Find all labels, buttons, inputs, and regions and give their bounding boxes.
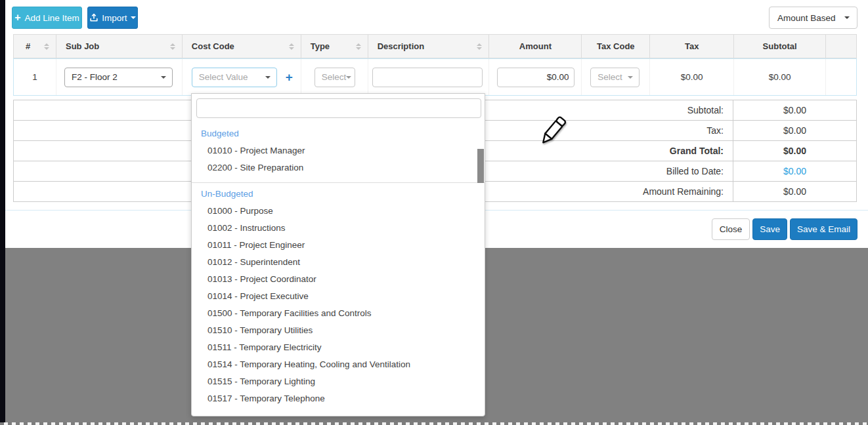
cost-code-option[interactable]: 01517 - Temporary Telephone [192, 390, 485, 407]
description-input[interactable] [372, 68, 483, 87]
chevron-down-icon [131, 16, 136, 19]
cost-code-option[interactable]: 01511 - Temporary Electricity [192, 339, 485, 356]
column-header-subtotal: Subtotal [734, 35, 826, 58]
footer-buttons: Close Save Save & Email [712, 218, 857, 240]
column-header-sub-job[interactable]: Sub Job [56, 35, 183, 58]
summary-value: $0.00 [733, 141, 856, 161]
type-placeholder: Select [322, 72, 347, 82]
close-button[interactable]: Close [712, 218, 750, 240]
add-line-item-label: Add Line Item [25, 13, 79, 23]
billed-to-date-link[interactable]: $0.00 [783, 166, 806, 176]
cost-code-option[interactable]: 01014 - Project Executive [192, 288, 485, 305]
description-cell [368, 59, 490, 95]
import-label: Import [102, 13, 127, 23]
sort-icon [170, 43, 175, 50]
row-number-cell: 1 [14, 59, 56, 95]
chevron-down-icon [628, 76, 633, 79]
chevron-down-icon [844, 16, 850, 19]
sort-icon [477, 43, 482, 50]
screenshot-dashed-edge [0, 422, 868, 425]
column-label: Description [378, 41, 425, 51]
sort-icon [289, 43, 294, 50]
subtotal-value: $0.00 [769, 72, 791, 82]
column-label: Tax [685, 41, 699, 51]
chevron-down-icon [346, 76, 351, 79]
cost-code-option[interactable]: 01013 - Project Coordinator [192, 271, 485, 288]
import-icon [89, 13, 98, 22]
type-cell: Select [301, 59, 368, 95]
billing-mode-select[interactable]: Amount Based [769, 7, 857, 29]
column-label: Cost Code [192, 41, 234, 51]
cost-code-option[interactable]: 01515 - Temporary Lighting [192, 373, 485, 390]
line-items-table-header: # Sub Job Cost Code Type Description Amo… [13, 34, 857, 58]
tax-code-select[interactable]: Select [590, 68, 640, 87]
save-button[interactable]: Save [752, 218, 787, 240]
group-header-un-budgeted: Un-Budgeted [192, 184, 485, 203]
chevron-down-icon [265, 76, 271, 79]
column-header-number[interactable]: # [14, 35, 56, 58]
column-header-cost-code[interactable]: Cost Code [183, 35, 301, 58]
cost-code-option[interactable]: 01012 - Superintendent [192, 254, 485, 271]
sort-icon [44, 43, 49, 50]
cost-code-option[interactable]: 01510 - Temporary Utilities [192, 322, 485, 339]
save-and-email-button[interactable]: Save & Email [790, 218, 857, 240]
tax-code-placeholder: Select [597, 72, 622, 82]
column-label: Type [311, 41, 330, 51]
plus-icon: + [14, 12, 20, 23]
row-actions-cell [826, 59, 856, 95]
column-label: Subtotal [763, 41, 797, 51]
cost-code-dropdown: Budgeted 01010 - Project Manager 02200 -… [191, 93, 485, 416]
add-line-item-button[interactable]: + Add Line Item [12, 7, 82, 29]
sub-job-cell: F2 - Floor 2 [56, 59, 183, 95]
add-cost-code-icon[interactable]: + [286, 71, 293, 83]
cost-code-search-input[interactable] [196, 98, 481, 118]
summary-value: $0.00 [733, 100, 856, 120]
dropdown-scrollbar[interactable] [477, 149, 484, 183]
group-header-budgeted: Budgeted [192, 124, 485, 142]
column-header-actions [826, 35, 856, 58]
column-header-type[interactable]: Type [301, 35, 368, 58]
tax-value: $0.00 [681, 72, 703, 82]
line-item-row: 1 F2 - Floor 2 Select Value + Select Sel… [13, 58, 857, 96]
sort-icon [356, 43, 361, 50]
cost-code-option[interactable]: 01514 - Temporary Heating, Cooling and V… [192, 356, 485, 373]
column-label: Amount [519, 41, 552, 51]
screen-left-border [0, 0, 5, 425]
column-label: Sub Job [66, 41, 99, 51]
column-label: Tax Code [597, 41, 635, 51]
row-number: 1 [32, 72, 37, 82]
subtotal-cell: $0.00 [734, 59, 826, 95]
cost-code-cell: Select Value + [183, 59, 301, 95]
amount-input[interactable] [497, 68, 575, 87]
cost-code-placeholder: Select Value [199, 72, 248, 82]
sub-job-select[interactable]: F2 - Floor 2 [64, 68, 173, 87]
cost-code-option[interactable]: 02200 - Site Preparation [192, 159, 485, 176]
cost-code-option[interactable]: 01002 - Instructions [192, 220, 485, 237]
chevron-down-icon [161, 76, 166, 79]
cost-code-option[interactable]: 01000 - Purpose [192, 203, 485, 220]
cost-code-option[interactable]: 01500 - Temporary Facilities and Control… [192, 305, 485, 322]
group-divider [192, 182, 485, 183]
billing-mode-value: Amount Based [777, 13, 836, 23]
column-header-amount: Amount [489, 35, 582, 58]
sub-job-value: F2 - Floor 2 [72, 72, 118, 82]
summary-value: $0.00 [733, 121, 856, 140]
type-select[interactable]: Select [315, 68, 355, 87]
cost-code-option[interactable]: 01011 - Project Engineer [192, 237, 485, 254]
column-label: # [26, 41, 30, 51]
summary-value: $0.00 [733, 182, 856, 201]
cost-code-option[interactable]: 01010 - Project Manager [192, 142, 485, 159]
cost-code-combobox[interactable]: Select Value [192, 68, 277, 87]
amount-cell [489, 59, 582, 95]
column-header-tax-code: Tax Code [582, 35, 650, 58]
column-header-tax: Tax [650, 35, 734, 58]
import-button[interactable]: Import [87, 7, 138, 29]
tax-cell: $0.00 [650, 59, 734, 95]
cost-code-list: Budgeted 01010 - Project Manager 02200 -… [192, 123, 485, 407]
tax-code-cell: Select [582, 59, 650, 95]
column-header-description[interactable]: Description [368, 35, 490, 58]
